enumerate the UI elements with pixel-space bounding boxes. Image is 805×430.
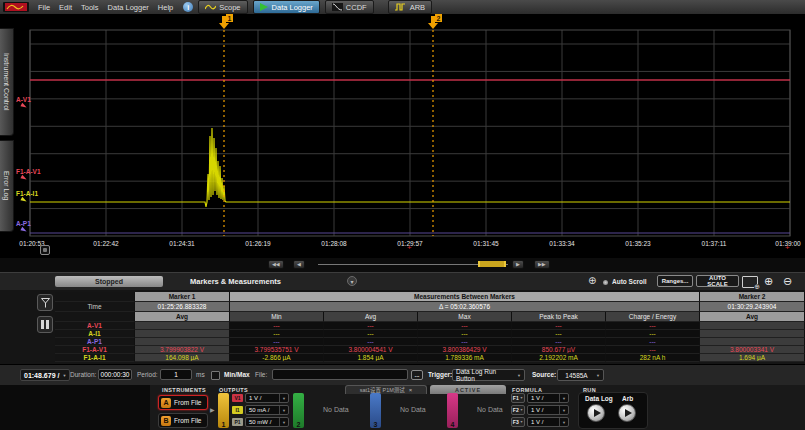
output-p1-value: 50 mW / <box>249 419 271 425</box>
chart-marker[interactable]: 2 <box>428 14 442 236</box>
tab-data-logger[interactable]: Data Logger <box>253 0 320 14</box>
table-row-label: A-V1 <box>55 322 135 330</box>
menu-tools[interactable]: Tools <box>81 3 99 12</box>
minmax-checkbox[interactable] <box>211 371 220 380</box>
table-cell <box>700 330 805 338</box>
marker2-avg-header: Avg <box>700 312 805 322</box>
tab-ccdf[interactable]: CCDF <box>325 0 374 14</box>
table-cell: --- <box>418 322 512 330</box>
table-row-label: A-I1 <box>55 330 135 338</box>
instrument-b-button[interactable]: B From File <box>158 413 208 428</box>
table-cell: 3.800004541 V <box>324 346 418 354</box>
tab-scope[interactable]: Scope <box>198 0 247 14</box>
table-row-label: F1-A-V1 <box>55 346 135 354</box>
marker-pair-button[interactable] <box>37 316 53 333</box>
output-group-bar[interactable]: 1 <box>218 393 229 428</box>
file-label: File: <box>255 371 267 378</box>
trigger-select[interactable]: Data Log Run Button <box>452 369 525 381</box>
table-cell: 3.799903822 V <box>135 346 230 354</box>
scroll-fwd-button[interactable]: ▶ <box>512 260 524 269</box>
scroll-fast-fwd-button[interactable]: ▶▶ <box>534 260 550 269</box>
scroll-fast-back-button[interactable]: ◀◀ <box>268 260 284 269</box>
period-unit: ms <box>196 371 205 378</box>
x-axis-label: 01:31:45 <box>473 240 498 247</box>
zoom-out-icon[interactable]: ⊖ <box>783 275 792 287</box>
auto-scale-button[interactable]: AUTO SCALE <box>696 275 739 287</box>
source-select[interactable]: 14585A <box>557 369 604 381</box>
tab-label: ARB <box>410 3 425 12</box>
table-cell: 2.192202 mA <box>512 354 606 362</box>
scroll-back-button[interactable]: ◀ <box>293 260 305 269</box>
formula-f1-tag: F1 <box>513 395 519 401</box>
instrument-b-badge: B <box>161 416 171 426</box>
table-cell: -2.866 µA <box>230 354 324 362</box>
charge-energy-header: Charge / Energy <box>606 312 700 322</box>
active-tab[interactable]: ACTIVE <box>430 385 506 394</box>
file-tab[interactable]: sat1设置 P1M测试 × <box>345 385 427 394</box>
tab-arb[interactable]: ARB <box>388 0 432 14</box>
menu-data-logger[interactable]: Data Logger <box>108 3 149 12</box>
formula-f1-button[interactable]: F1 <box>511 393 525 403</box>
marker-cursor-button[interactable] <box>37 294 53 311</box>
chart-marker[interactable]: 1 <box>219 14 233 236</box>
chevron-down-icon[interactable]: ▾ <box>347 276 357 286</box>
run-arb-label: Arb <box>622 395 633 402</box>
instrument-a-button[interactable]: A From File <box>158 395 208 410</box>
menu-edit[interactable]: Edit <box>59 3 72 12</box>
info-icon[interactable]: i <box>183 2 193 12</box>
file-tab-label: sat1设置 P1M测试 <box>360 386 405 394</box>
table-cell: --- <box>606 346 700 354</box>
duration-field[interactable]: 000:00:30 <box>98 369 132 380</box>
output-v1-select[interactable]: 1 V / <box>245 393 289 403</box>
app-logo-icon <box>3 2 29 12</box>
output-i1-value: 50 mA / <box>249 407 269 413</box>
output-i1-select[interactable]: 50 mA / <box>245 405 289 415</box>
output-i1-tag: I1 <box>232 406 243 414</box>
zoom-in-icon[interactable]: ⊕ <box>764 275 773 287</box>
trace-label-a-p1[interactable]: A-P1 <box>16 220 31 232</box>
trace-label-f1-a-i1[interactable]: F1-A-I1 <box>16 190 38 202</box>
browse-button[interactable]: ... <box>411 370 423 380</box>
table-cell: --- <box>606 330 700 338</box>
marker1-avg-header: Avg <box>135 312 230 322</box>
channel-4-bar: 4 <box>447 393 458 428</box>
menu-file[interactable]: File <box>38 3 50 12</box>
trigger-label: Trigger: <box>428 371 452 378</box>
period-field[interactable]: 1 <box>160 369 192 380</box>
chart-area[interactable]: 12 A-V1 F1-A-V1 F1-A-I1 A-P1 01:20:53 01… <box>14 14 805 258</box>
run-datalog-button[interactable] <box>587 404 605 422</box>
formula-f3-button[interactable]: F3 <box>511 417 525 427</box>
zoom-selection-icon[interactable] <box>742 276 758 288</box>
ranges-button[interactable]: Ranges... <box>657 275 693 287</box>
instrument-a-label: From File <box>174 399 201 406</box>
menu-help[interactable]: Help <box>158 3 173 12</box>
run-arb-button[interactable] <box>618 404 636 422</box>
output-p1-tag: P1 <box>232 418 243 426</box>
output-p1-select[interactable]: 50 mW / <box>245 417 289 427</box>
sidebar-tab-instrument-control[interactable]: Instrument Control <box>0 28 14 136</box>
elapsed-time-display[interactable]: 01:48.679 / <box>20 369 70 381</box>
sidebar-tab-error-log[interactable]: Error Log <box>0 140 14 232</box>
time-row-label: Time <box>55 302 135 312</box>
collapse-arrow-icon[interactable]: ▶ <box>210 406 215 413</box>
formula-f1-select[interactable]: 1 V / <box>527 393 569 403</box>
trace-label-text: F1-A-I1 <box>16 190 38 197</box>
close-icon[interactable]: × <box>409 387 413 393</box>
trace-label-a-v1[interactable]: A-V1 <box>16 96 31 108</box>
x-axis-label: 01:22:42 <box>93 240 118 247</box>
max-header: Max <box>418 312 512 322</box>
trace-label-text: F1-A-V1 <box>16 168 41 175</box>
play-icon <box>625 409 632 417</box>
table-cell: 1.854 µA <box>324 354 418 362</box>
formula-f3-select[interactable]: 1 V / <box>527 417 569 427</box>
formula-f2-button[interactable]: F2 <box>511 405 525 415</box>
file-input[interactable] <box>272 369 408 380</box>
svg-text:2: 2 <box>437 15 441 22</box>
add-marker-icon[interactable]: ⊕ <box>588 276 596 286</box>
table-cell: 1.789336 mA <box>418 354 512 362</box>
formula-f2-select[interactable]: 1 V / <box>527 405 569 415</box>
scroll-window-handle[interactable] <box>478 261 506 267</box>
instrument-b-label: From File <box>174 417 201 424</box>
trace-label-f1-a-v1[interactable]: F1-A-V1 <box>16 168 41 180</box>
table-cell: --- <box>512 322 606 330</box>
